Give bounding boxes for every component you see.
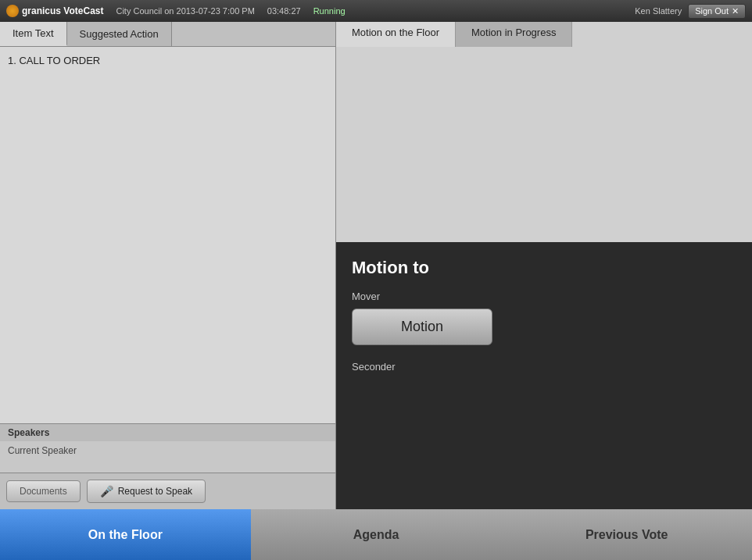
left-bottom-buttons: Documents 🎤 Request to Speak <box>0 473 335 509</box>
motion-floor-content-area <box>336 47 752 242</box>
mover-label: Mover <box>352 291 736 302</box>
tab-suggested-action[interactable]: Suggested Action <box>67 22 172 46</box>
current-speaker-label: Current Speaker <box>8 445 77 456</box>
top-bar: granicus VoteCast City Council on 2013-0… <box>0 0 752 22</box>
microphone-icon: 🎤 <box>100 485 113 498</box>
tab-motion-on-floor[interactable]: Motion on the Floor <box>336 22 456 47</box>
meeting-info: City Council on 2013-07-23 7:00 PM <box>116 6 254 16</box>
logo-text: granicus VoteCast <box>22 5 103 16</box>
nav-agenda[interactable]: Agenda <box>251 509 502 560</box>
request-to-speak-button[interactable]: 🎤 Request to Speak <box>87 480 206 503</box>
main-content: Item Text Suggested Action 1. CALL TO OR… <box>0 22 752 509</box>
left-tab-bar: Item Text Suggested Action <box>0 22 335 47</box>
speakers-body: Current Speaker <box>0 441 335 473</box>
logo-area: granicus VoteCast <box>6 5 103 17</box>
right-panel: Motion on the Floor Motion in Progress M… <box>336 22 752 509</box>
request-speak-label: Request to Speak <box>118 486 192 497</box>
nav-previous-vote[interactable]: Previous Vote <box>501 509 752 560</box>
clock: 03:48:27 <box>267 6 301 16</box>
sign-out-button[interactable]: Sign Out ✕ <box>688 4 746 19</box>
close-icon: ✕ <box>732 6 739 16</box>
tab-motion-in-progress[interactable]: Motion in Progress <box>456 22 572 47</box>
documents-button[interactable]: Documents <box>6 480 81 502</box>
right-tab-bar: Motion on the Floor Motion in Progress <box>336 22 752 47</box>
motion-to-title: Motion to <box>352 258 736 278</box>
motion-area: Motion to Mover Motion Seconder <box>336 242 752 509</box>
left-panel: Item Text Suggested Action 1. CALL TO OR… <box>0 22 336 509</box>
status-badge: Running <box>313 6 346 16</box>
item-text-content-area: 1. CALL TO ORDER <box>0 47 335 423</box>
item-text-body: 1. CALL TO ORDER <box>8 55 328 66</box>
tab-item-text[interactable]: Item Text <box>0 22 67 46</box>
speakers-header: Speakers <box>0 424 335 441</box>
bottom-nav: On the Floor Agenda Previous Vote <box>0 509 752 560</box>
speakers-section: Speakers Current Speaker <box>0 423 335 473</box>
nav-on-the-floor[interactable]: On the Floor <box>0 509 251 560</box>
user-name: Ken Slattery <box>635 6 682 16</box>
logo-icon <box>6 5 19 17</box>
sign-out-label: Sign Out <box>695 6 729 16</box>
seconder-label: Seconder <box>352 361 736 373</box>
motion-button[interactable]: Motion <box>352 309 492 345</box>
